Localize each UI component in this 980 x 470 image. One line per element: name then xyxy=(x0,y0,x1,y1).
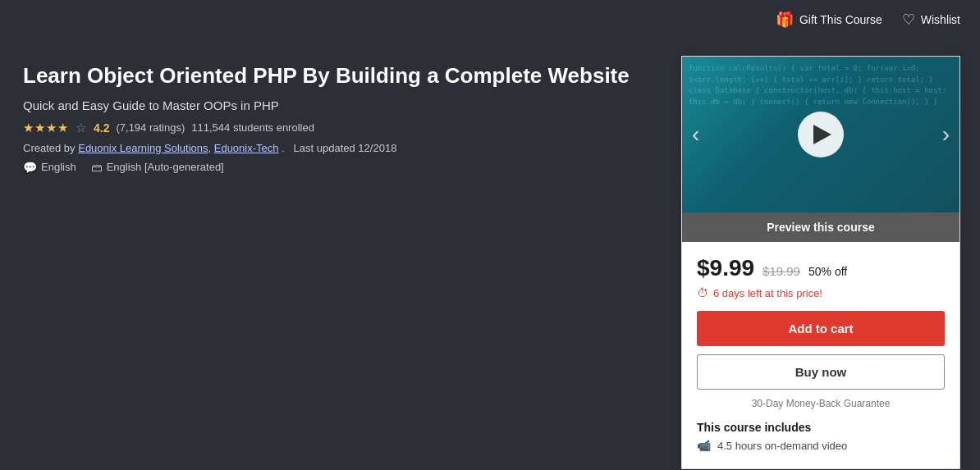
card-body: $9.99 $19.99 50% off ⏱ 6 days left at th… xyxy=(682,242,959,468)
timer-icon: ⏱ xyxy=(697,286,708,299)
wishlist-button[interactable]: ♡ Wishlist xyxy=(902,11,960,29)
timer-row: ⏱ 6 days left at this price! xyxy=(697,286,945,299)
price-current: $9.99 xyxy=(697,255,754,281)
hero-content: Learn Object Oriented PHP By Building a … xyxy=(23,62,647,174)
course-title: Learn Object Oriented PHP By Building a … xyxy=(23,62,647,90)
play-triangle-icon xyxy=(813,125,831,144)
wishlist-label: Wishlist xyxy=(921,13,960,26)
enrolled-count: 111,544 students enrolled xyxy=(191,121,314,134)
language-label: English xyxy=(41,161,76,173)
captions-label: English [Auto-generated] xyxy=(107,161,224,173)
cc-icon: 🗃 xyxy=(91,161,103,174)
captions-meta: 🗃 English [Auto-generated] xyxy=(91,161,224,174)
last-updated: Last updated 12/2018 xyxy=(294,142,397,154)
created-by-label: Created by xyxy=(23,142,76,154)
buy-now-button[interactable]: Buy now xyxy=(697,354,945,390)
includes-item-1-text: 4.5 hours on-demand video xyxy=(717,440,847,452)
course-subtitle: Quick and Easy Guide to Master OOPs in P… xyxy=(23,98,647,112)
hero-section: Learn Object Oriented PHP By Building a … xyxy=(0,39,980,470)
gift-icon: 🎁 xyxy=(776,11,794,29)
meta-row: 💬 English 🗃 English [Auto-generated] xyxy=(23,161,647,174)
heart-icon: ♡ xyxy=(902,11,915,29)
preview-label[interactable]: Preview this course xyxy=(682,212,959,242)
star-half: ☆ xyxy=(76,121,87,135)
guarantee-text: 30-Day Money-Back Guarantee xyxy=(697,398,945,409)
includes-title: This course includes xyxy=(697,421,945,434)
play-button[interactable] xyxy=(798,112,844,157)
gift-course-button[interactable]: 🎁 Gift This Course xyxy=(776,11,882,29)
rating-count: (7,194 ratings) xyxy=(116,121,185,134)
price-row: $9.99 $19.99 50% off xyxy=(697,255,945,281)
author2-link[interactable]: Eduonix-Tech xyxy=(214,142,279,154)
course-card: function calcResults() { var total = 0; … xyxy=(681,56,960,469)
prev-arrow-icon[interactable]: ‹ xyxy=(692,121,699,148)
next-arrow-icon[interactable]: › xyxy=(942,121,950,148)
rating-row: ★★★★ ☆ 4.2 (7,194 ratings) 111,544 stude… xyxy=(23,121,647,135)
creator-row: Created by Eduonix Learning Solutions, E… xyxy=(23,142,647,154)
discount-label: 50% off xyxy=(808,265,847,278)
speech-icon: 💬 xyxy=(23,161,37,174)
video-icon: 📹 xyxy=(697,439,711,452)
rating-number: 4.2 xyxy=(94,121,109,135)
gift-label: Gift This Course xyxy=(799,13,882,26)
includes-item-1: 📹 4.5 hours on-demand video xyxy=(697,439,945,452)
timer-text: 6 days left at this price! xyxy=(713,287,822,299)
language-meta: 💬 English xyxy=(23,161,76,174)
author1-link[interactable]: Eduonix Learning Solutions xyxy=(78,142,208,154)
course-thumbnail: function calcResults() { var total = 0; … xyxy=(682,57,959,212)
price-original: $19.99 xyxy=(762,264,800,278)
stars: ★★★★ xyxy=(23,121,69,135)
top-bar: 🎁 Gift This Course ♡ Wishlist xyxy=(0,0,980,39)
add-to-cart-button[interactable]: Add to cart xyxy=(697,311,945,346)
